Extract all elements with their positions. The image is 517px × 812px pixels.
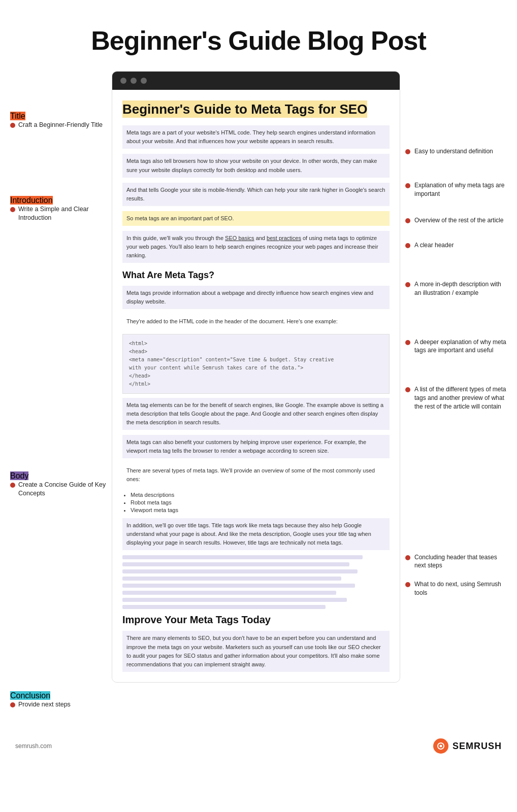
- section2-para-5: There are several types of meta tags. We…: [122, 463, 390, 487]
- article-title: Beginner's Guide to Meta Tags for SEO: [122, 100, 367, 118]
- anno-dot-9: [405, 582, 410, 587]
- title-item: Craft a Beginner-Friendly Title: [10, 121, 107, 130]
- body-badge: Body: [10, 471, 28, 480]
- browser-window: Beginner's Guide to Meta Tags for SEO Me…: [112, 71, 400, 683]
- placeholder-5: [122, 584, 355, 588]
- anno-text-2: Explanation of why meta tags are importa…: [414, 181, 507, 198]
- footer: semrush.com SEMRUSH: [0, 728, 517, 759]
- article-para-1: Meta tags are a part of your website's H…: [122, 125, 390, 149]
- conclusion-dot: [10, 702, 15, 707]
- page-title: Beginner's Guide Blog Post: [0, 0, 517, 71]
- placeholder-6: [122, 591, 336, 595]
- intro-badge: Introduction: [10, 196, 53, 205]
- title-dot: [10, 123, 15, 128]
- bullet-item-1: Meta descriptions: [131, 492, 390, 498]
- section2-para-1: Meta tags provide information about a we…: [122, 286, 390, 309]
- placeholder-4: [122, 577, 341, 581]
- left-section-title: Title Craft a Beginner-Friendly Title: [10, 112, 107, 130]
- article-para-2: Meta tags also tell browsers how to show…: [122, 154, 390, 177]
- best-practices-link[interactable]: best practices: [267, 235, 301, 241]
- right-anno-7: A list of the different types of meta ta…: [405, 385, 507, 411]
- footer-brand-name: SEMRUSH: [453, 741, 502, 752]
- anno-dot-8: [405, 555, 410, 560]
- anno-text-7: A list of the different types of meta ta…: [414, 385, 507, 411]
- right-anno-group: Easy to understand definition Explanatio…: [405, 147, 507, 597]
- right-anno-4: A clear header: [405, 241, 507, 250]
- placeholder-7: [122, 598, 347, 602]
- placeholder-lines: [122, 555, 390, 609]
- left-section-body: Body Create a Concise Guide of Key Conce…: [10, 471, 107, 498]
- article-para-3: And that tells Google your site is mobil…: [122, 183, 390, 206]
- anno-dot-1: [405, 149, 410, 154]
- bullet-item-3: Viewport meta tags: [131, 507, 390, 513]
- anno-dot-2: [405, 183, 410, 188]
- body-item-text: Create a Concise Guide of Key Concepts: [18, 481, 107, 498]
- title-item-text: Craft a Beginner-Friendly Title: [18, 121, 103, 130]
- intro-dot: [10, 207, 15, 212]
- section2-para-3: Meta tag elements can be for the benefit…: [122, 398, 390, 430]
- browser-dot-1: [120, 78, 126, 84]
- anno-text-9: What to do next, using Semrush tools: [414, 580, 507, 597]
- article-title-wrap: Beginner's Guide to Meta Tags for SEO: [122, 100, 390, 118]
- body-item: Create a Concise Guide of Key Concepts: [10, 481, 107, 498]
- bullet-list: Meta descriptions Robot meta tags Viewpo…: [122, 492, 390, 513]
- left-section-conclusion: Conclusion Provide next steps: [10, 691, 107, 709]
- placeholder-2: [122, 562, 349, 566]
- placeholder-3: [122, 569, 358, 573]
- section2-header: What Are Meta Tags?: [122, 270, 390, 281]
- browser-dot-2: [131, 78, 137, 84]
- right-anno-5: A more in-depth description with an illu…: [405, 280, 507, 297]
- conclusion-para: There are many elements to SEO, but you …: [122, 631, 390, 671]
- intro-item-text: Write a Simple and Clear Introduction: [18, 205, 107, 223]
- right-anno-6: A deeper explanation of why meta tags ar…: [405, 338, 507, 355]
- conclusion-section: Improve Your Meta Tags Today There are m…: [122, 614, 390, 671]
- right-anno-9: What to do next, using Semrush tools: [405, 580, 507, 597]
- conclusion-header: Improve Your Meta Tags Today: [122, 614, 390, 626]
- title-badge: Title: [10, 112, 25, 120]
- anno-dot-4: [405, 243, 410, 248]
- code-block: <html> <head> <meta name="description" c…: [122, 334, 390, 394]
- center-content: Beginner's Guide to Meta Tags for SEO Me…: [112, 71, 400, 713]
- anno-dot-6: [405, 340, 410, 345]
- footer-logo: SEMRUSH: [433, 738, 502, 754]
- placeholder-8: [122, 605, 326, 609]
- anno-text-4: A clear header: [414, 241, 454, 250]
- right-anno-8: Concluding header that teases next steps: [405, 553, 507, 570]
- right-anno-3: Overview of the rest of the article: [405, 216, 507, 225]
- semrush-logo-icon: [433, 738, 448, 754]
- article-para-4: So meta tags are an important part of SE…: [122, 211, 390, 226]
- conclusion-badge: Conclusion: [10, 691, 50, 700]
- anno-dot-3: [405, 218, 410, 223]
- browser-body: Beginner's Guide to Meta Tags for SEO Me…: [112, 90, 400, 682]
- conclusion-item-text: Provide next steps: [18, 700, 71, 709]
- anno-text-1: Easy to understand definition: [414, 147, 493, 156]
- browser-dot-3: [141, 78, 147, 84]
- after-list-para: In addition, we'll go over title tags. T…: [122, 518, 390, 550]
- body-dot: [10, 483, 15, 488]
- footer-url: semrush.com: [15, 742, 52, 750]
- conclusion-item: Provide next steps: [10, 700, 107, 709]
- right-anno-2: Explanation of why meta tags are importa…: [405, 181, 507, 198]
- article-para-5: In this guide, we'll walk you through th…: [122, 231, 390, 263]
- anno-dot-7: [405, 387, 410, 392]
- left-section-intro: Introduction Write a Simple and Clear In…: [10, 196, 107, 223]
- anno-text-3: Overview of the rest of the article: [414, 216, 503, 225]
- anno-text-8: Concluding header that teases next steps: [414, 553, 507, 570]
- placeholder-1: [122, 555, 363, 559]
- seo-basics-link[interactable]: SEO basics: [225, 235, 254, 241]
- section2-para-4: Meta tags can also benefit your customer…: [122, 435, 390, 458]
- anno-dot-5: [405, 282, 410, 287]
- bullet-item-2: Robot meta tags: [131, 499, 390, 505]
- intro-item: Write a Simple and Clear Introduction: [10, 205, 107, 223]
- browser-bar: [112, 72, 400, 90]
- right-anno-1: Easy to understand definition: [405, 147, 507, 156]
- anno-text-5: A more in-depth description with an illu…: [414, 280, 507, 297]
- section2-para-2: They're added to the HTML code in the he…: [122, 314, 390, 329]
- anno-text-6: A deeper explanation of why meta tags ar…: [414, 338, 507, 355]
- svg-point-0: [439, 745, 442, 748]
- left-sidebar: Title Craft a Beginner-Friendly Title In…: [10, 71, 112, 713]
- right-sidebar: Easy to understand definition Explanatio…: [400, 71, 507, 713]
